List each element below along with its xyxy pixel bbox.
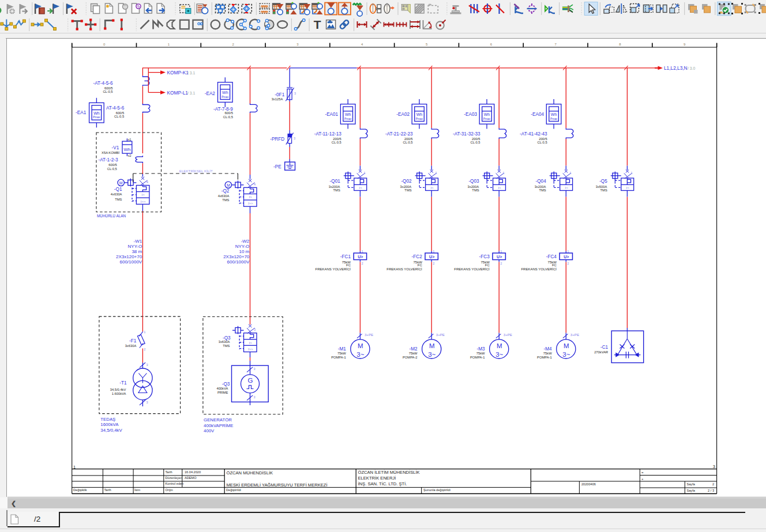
svg-text:-V1: -V1 bbox=[111, 145, 119, 150]
svg-text:PRİME: PRİME bbox=[217, 391, 228, 394]
svg-text:4x630A: 4x630A bbox=[218, 194, 230, 198]
svg-text:3: 3 bbox=[254, 395, 256, 399]
svg-text:I>: I> bbox=[249, 195, 253, 199]
svg-text:-Q2: -Q2 bbox=[221, 188, 230, 194]
svg-text:2: 2 bbox=[144, 348, 145, 351]
svg-text:I>: I> bbox=[498, 186, 501, 190]
svg-text:POMPA-1: POMPA-1 bbox=[470, 356, 485, 359]
svg-text:x2: x2 bbox=[128, 154, 132, 157]
svg-text:10 m: 10 m bbox=[239, 249, 250, 254]
svg-text:Wh: Wh bbox=[416, 112, 423, 116]
svg-text:POMPA-2: POMPA-2 bbox=[403, 356, 418, 359]
svg-text:+: + bbox=[641, 477, 644, 481]
svg-text:U>: U> bbox=[497, 255, 502, 259]
svg-text:2X3x120+70: 2X3x120+70 bbox=[116, 254, 142, 259]
svg-text:-M3: -M3 bbox=[476, 346, 485, 352]
svg-text:I>: I> bbox=[142, 193, 145, 197]
svg-text:-T1: -T1 bbox=[119, 380, 127, 386]
svg-text:I>: I> bbox=[626, 186, 630, 190]
svg-text:400kVA: 400kVA bbox=[216, 387, 228, 390]
svg-text:3: 3 bbox=[296, 43, 299, 46]
svg-text:1: 1 bbox=[435, 171, 437, 175]
svg-text:FC: FC bbox=[552, 263, 557, 267]
svg-text:3: 3 bbox=[146, 401, 148, 404]
svg-text:-AT-41-42-43: -AT-41-42-43 bbox=[520, 131, 547, 137]
svg-text:TMS: TMS bbox=[472, 188, 479, 192]
svg-text:-Q01: -Q01 bbox=[330, 179, 341, 184]
svg-text:Düzenleyen: Düzenleyen bbox=[166, 476, 183, 480]
svg-text:-Q03: -Q03 bbox=[468, 179, 479, 184]
svg-text:1: 1 bbox=[168, 43, 170, 46]
svg-text:1: 1 bbox=[631, 171, 633, 175]
svg-text:FC: FC bbox=[485, 263, 490, 267]
svg-text:2X3x120+70: 2X3x120+70 bbox=[223, 254, 250, 259]
svg-text:3: 3 bbox=[294, 137, 295, 140]
svg-text:3~: 3~ bbox=[562, 351, 570, 358]
svg-text:M: M bbox=[564, 342, 569, 349]
svg-text:-EA01: -EA01 bbox=[325, 112, 338, 117]
svg-text:-AT-4-5-6: -AT-4-5-6 bbox=[93, 81, 113, 86]
svg-text:1: 1 bbox=[144, 330, 145, 334]
svg-text:-M4: -M4 bbox=[544, 346, 553, 352]
svg-text:600/1000V: 600/1000V bbox=[227, 259, 250, 265]
svg-text:1: 1 bbox=[361, 250, 363, 253]
svg-text:ELEKTRİKSEL KİLİT: ELEKTRİKSEL KİLİT bbox=[179, 169, 213, 173]
svg-text:Pmax: Pmax bbox=[416, 118, 423, 120]
svg-text:75kW: 75kW bbox=[476, 352, 485, 355]
svg-text:5: 5 bbox=[426, 43, 428, 46]
svg-text:3+PE: 3+PE bbox=[436, 333, 445, 337]
svg-text:-Q04: -Q04 bbox=[535, 179, 546, 184]
svg-text:-W1: -W1 bbox=[134, 239, 142, 244]
svg-text:NYY-O: NYY-O bbox=[235, 244, 250, 249]
svg-text:NYY-O: NYY-O bbox=[128, 244, 142, 249]
svg-text:3+PE: 3+PE bbox=[504, 333, 512, 337]
svg-text:x1: x1 bbox=[128, 138, 132, 141]
svg-text:270kVAR: 270kVAR bbox=[594, 350, 608, 354]
svg-text:1: 1 bbox=[500, 250, 502, 253]
svg-text:75kW: 75kW bbox=[409, 352, 418, 355]
svg-text:Pmax: Pmax bbox=[221, 96, 229, 99]
svg-text:400kVAPRİME: 400kVAPRİME bbox=[204, 423, 233, 428]
svg-text:3x630A: 3x630A bbox=[219, 340, 230, 344]
svg-text:G: G bbox=[248, 377, 253, 384]
svg-text:3x630A: 3x630A bbox=[125, 344, 137, 348]
svg-text:-PRFD: -PRFD bbox=[270, 137, 284, 142]
svg-text:MÜHÜRLÜ ALAN: MÜHÜRLÜ ALAN bbox=[97, 214, 126, 218]
svg-text:-FC3: -FC3 bbox=[479, 254, 490, 259]
svg-text:400V: 400V bbox=[204, 428, 215, 433]
svg-text:-C1: -C1 bbox=[600, 345, 609, 350]
svg-text:U>: U> bbox=[429, 255, 434, 259]
svg-text:-Q1: -Q1 bbox=[114, 187, 122, 192]
svg-text:I>: I> bbox=[430, 186, 434, 190]
svg-text:1: 1 bbox=[567, 250, 569, 253]
svg-text:Değişiklik: Değişiklik bbox=[73, 488, 87, 492]
svg-text:-EA2: -EA2 bbox=[205, 91, 216, 96]
svg-text:Şununla değiştirildi: Şununla değiştirildi bbox=[423, 488, 450, 492]
svg-text:Değiştirildi: Değiştirildi bbox=[226, 488, 241, 492]
svg-text:34,5/0,4kV: 34,5/0,4kV bbox=[110, 388, 126, 391]
svg-text:1: 1 bbox=[570, 171, 572, 175]
svg-text:2 / 3: 2 / 3 bbox=[708, 489, 714, 492]
svg-text:T: T bbox=[314, 18, 321, 31]
svg-text:3+PE: 3+PE bbox=[365, 333, 373, 337]
svg-text:-EA02: -EA02 bbox=[396, 112, 410, 117]
svg-text:3x125A: 3x125A bbox=[272, 97, 283, 101]
svg-text:Tarih: Tarih bbox=[104, 488, 111, 492]
svg-text:9: 9 bbox=[684, 43, 686, 46]
svg-text:Pmax: Pmax bbox=[344, 118, 352, 120]
svg-text:-M1: -M1 bbox=[338, 346, 347, 352]
svg-text:2: 2 bbox=[500, 262, 502, 265]
svg-text:TMS: TMS bbox=[404, 188, 411, 192]
svg-text:3+PE: 3+PE bbox=[570, 333, 579, 337]
svg-text:-Q3: -Q3 bbox=[222, 382, 230, 387]
svg-text:2: 2 bbox=[712, 482, 714, 486]
svg-text:/ 3.0: / 3.0 bbox=[688, 66, 695, 70]
svg-text:600/5: 600/5 bbox=[224, 111, 233, 115]
svg-text:3~: 3~ bbox=[428, 351, 435, 358]
svg-text:M: M bbox=[227, 183, 230, 187]
svg-text:/ 3.1: / 3.1 bbox=[187, 71, 195, 75]
svg-text:POMPA-1: POMPA-1 bbox=[331, 356, 346, 359]
svg-text:L1,L2,L3,N: L1,L2,L3,N bbox=[664, 65, 688, 71]
svg-text:ÖZCAN MÜHENDİSLİK: ÖZCAN MÜHENDİSLİK bbox=[227, 470, 273, 476]
svg-text:600/5: 600/5 bbox=[116, 111, 125, 115]
